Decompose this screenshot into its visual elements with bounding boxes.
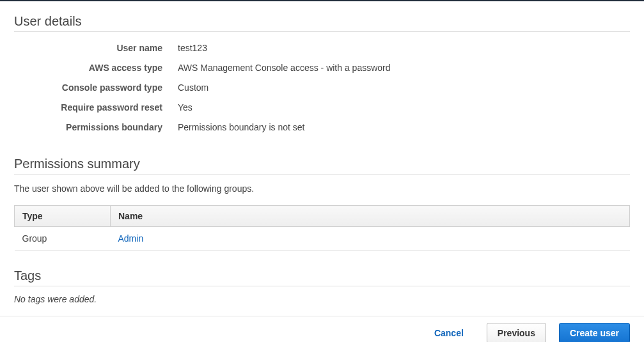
- wizard-footer: Cancel Previous Create user: [0, 316, 644, 342]
- tags-heading: Tags: [14, 268, 630, 286]
- permissions-col-name: Name: [111, 206, 630, 227]
- permissions-boundary-label: Permissions boundary: [14, 118, 178, 137]
- cancel-button[interactable]: Cancel: [424, 323, 474, 342]
- user-details-heading: User details: [14, 14, 630, 32]
- user-details-list: User name test123 AWS access type AWS Ma…: [14, 38, 630, 137]
- access-type-value: AWS Management Console access - with a p…: [178, 58, 391, 78]
- user-name-label: User name: [14, 38, 178, 58]
- require-password-reset-label: Require password reset: [14, 98, 178, 118]
- console-password-type-value: Custom: [178, 78, 208, 98]
- create-user-button[interactable]: Create user: [559, 323, 630, 342]
- access-type-label: AWS access type: [14, 58, 178, 78]
- user-name-value: test123: [178, 38, 207, 58]
- permissions-row-type: Group: [15, 227, 111, 251]
- permissions-col-type: Type: [15, 206, 111, 227]
- table-row: Group Admin: [15, 227, 630, 251]
- permissions-summary-heading: Permissions summary: [14, 157, 630, 175]
- permissions-boundary-value: Permissions boundary is not set: [178, 118, 304, 137]
- require-password-reset-value: Yes: [178, 98, 192, 118]
- previous-button[interactable]: Previous: [487, 323, 546, 342]
- console-password-type-label: Console password type: [14, 78, 178, 98]
- permissions-summary-description: The user shown above will be added to th…: [14, 183, 630, 194]
- permissions-table: Type Name Group Admin: [14, 205, 630, 251]
- tags-empty-message: No tags were added.: [14, 294, 630, 304]
- permissions-row-name-link[interactable]: Admin: [118, 233, 144, 244]
